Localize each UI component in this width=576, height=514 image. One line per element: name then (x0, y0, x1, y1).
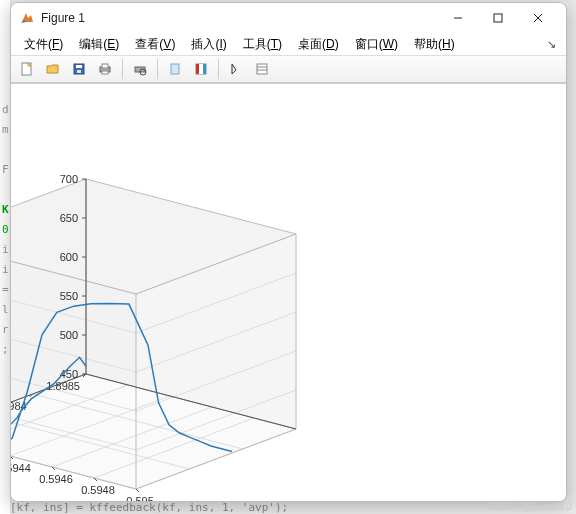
svg-rect-7 (77, 70, 81, 73)
svg-rect-15 (196, 64, 199, 74)
svg-rect-1 (494, 14, 502, 22)
svg-text:700: 700 (60, 173, 78, 185)
menu-insert[interactable]: 插入(I) (184, 34, 233, 55)
menu-edit[interactable]: 编辑(E) (72, 34, 126, 55)
svg-text:0.5948: 0.5948 (81, 484, 115, 496)
toolbar (11, 56, 566, 84)
axes-3d[interactable]: 4505005506006507001.89821.89831.89841.89… (11, 84, 566, 501)
svg-text:550: 550 (60, 290, 78, 302)
menu-tools[interactable]: 工具(T) (236, 34, 289, 55)
svg-text:650: 650 (60, 212, 78, 224)
svg-rect-16 (199, 64, 203, 74)
menu-desktop[interactable]: 桌面(D) (291, 34, 346, 55)
svg-rect-13 (171, 64, 179, 74)
close-button[interactable] (518, 4, 558, 32)
menu-help[interactable]: 帮助(H) (407, 34, 462, 55)
save-button[interactable] (67, 57, 91, 81)
print-button[interactable] (93, 57, 117, 81)
menu-file[interactable]: 文件(F) (17, 34, 70, 55)
maximize-button[interactable] (478, 4, 518, 32)
window-title: Figure 1 (41, 11, 85, 25)
titlebar[interactable]: Figure 1 (11, 3, 566, 33)
menu-window[interactable]: 窗口(W) (348, 34, 405, 55)
edit-plot-button[interactable] (224, 57, 248, 81)
figure-window: Figure 1 文件(F) 编辑(E) 查看(V) 插入(I) 工具(T) 桌… (10, 2, 567, 502)
svg-rect-17 (203, 64, 206, 74)
svg-rect-18 (257, 64, 267, 74)
menubar: 文件(F) 编辑(E) 查看(V) 插入(I) 工具(T) 桌面(D) 窗口(W… (11, 33, 566, 56)
colorbar-button[interactable] (189, 57, 213, 81)
svg-text:0.5946: 0.5946 (39, 473, 73, 485)
print-preview-button[interactable] (128, 57, 152, 81)
svg-line-93 (136, 489, 139, 492)
minimize-button[interactable] (438, 4, 478, 32)
svg-rect-9 (102, 64, 108, 68)
watermark: CSDN @Evand J (487, 500, 572, 512)
menu-view[interactable]: 查看(V) (128, 34, 182, 55)
svg-rect-10 (102, 71, 108, 74)
svg-text:600: 600 (60, 251, 78, 263)
svg-text:500: 500 (60, 329, 78, 341)
matlab-icon (19, 10, 35, 26)
open-button[interactable] (41, 57, 65, 81)
property-inspector-button[interactable] (250, 57, 274, 81)
link-plot-button[interactable] (163, 57, 187, 81)
menu-overflow-icon[interactable]: ↘ (547, 38, 560, 51)
svg-text:0.5944: 0.5944 (11, 462, 31, 474)
svg-text:0.595: 0.595 (126, 495, 154, 501)
new-button[interactable] (15, 57, 39, 81)
svg-rect-6 (76, 65, 82, 68)
